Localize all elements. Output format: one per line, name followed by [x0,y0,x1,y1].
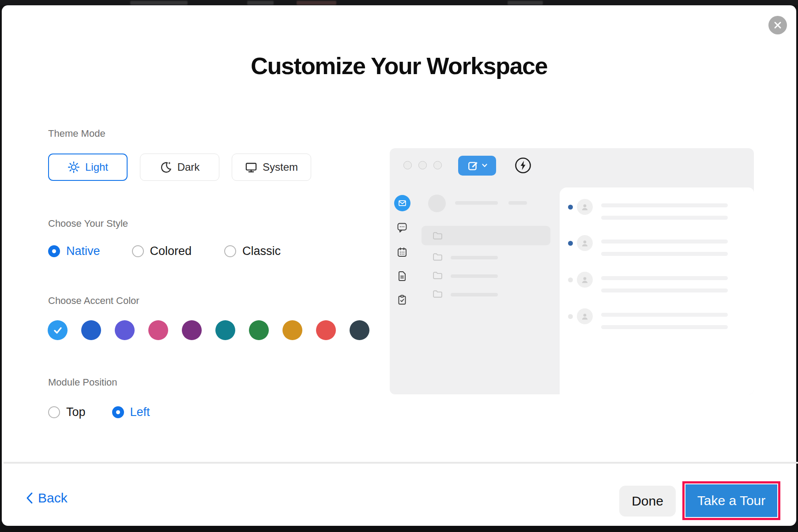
position-option-top[interactable]: Top [48,405,86,419]
traffic-light-dot [403,161,412,169]
style-label: Choose Your Style [48,218,128,229]
avatar [577,199,593,215]
screen: Customize Your Workspace Theme Mode Ligh… [0,0,798,532]
theme-mode-label: Theme Mode [48,128,105,139]
chat-icon [397,222,407,233]
position-option-left[interactable]: Left [112,405,150,419]
placeholder-line [508,201,527,205]
accent-color-swatch[interactable] [48,320,68,340]
close-button[interactable] [768,16,787,34]
unread-dot [568,205,573,210]
mail-icon [394,195,410,211]
placeholder-line [601,216,728,220]
check-icon [53,325,63,336]
back-label: Back [38,491,68,506]
tasks-clipboard-icon [397,295,407,305]
backdrop-content [130,1,188,5]
module-position-group: Top Left [48,405,150,419]
radio-icon [48,406,60,418]
accent-color-label: Choose Accent Color [48,295,139,307]
placeholder-line [451,274,498,278]
backdrop-content [247,1,274,5]
sun-icon [68,161,80,173]
preview-account-avatar [428,195,446,212]
placeholder-line [451,293,498,296]
placeholder-line [601,252,728,256]
lightning-icon [515,157,531,174]
calendar-icon [397,247,407,258]
style-option-native[interactable]: Native [48,244,100,258]
placeholder-line [601,313,728,317]
theme-option-label: Dark [177,161,200,173]
customize-workspace-dialog: Customize Your Workspace Theme Mode Ligh… [2,5,796,526]
folder-icon [432,230,443,241]
unread-dot [568,241,573,246]
take-a-tour-button[interactable]: Take a Tour [685,484,777,517]
placeholder-line [455,201,498,205]
moon-stars-icon [160,161,172,173]
radio-icon [112,406,124,418]
annotation-highlight: Take a Tour [682,481,780,520]
placeholder-line [601,325,728,329]
footer-divider [4,462,798,464]
theme-option-label: System [263,161,298,173]
theme-option-system[interactable]: System [232,154,311,181]
accent-color-swatch[interactable] [215,320,235,340]
avatar [577,308,593,324]
accent-color-swatch[interactable] [115,320,135,340]
traffic-light-dot [433,161,442,169]
back-button[interactable]: Back [25,491,68,506]
avatar [577,272,593,288]
avatar [577,235,593,251]
monitor-icon [245,161,257,173]
position-option-label: Top [66,405,86,419]
done-button[interactable]: Done [619,486,676,517]
accent-color-swatch[interactable] [182,320,202,340]
unread-dot [568,277,573,282]
placeholder-line [601,276,728,280]
style-option-label: Colored [150,244,192,258]
preview-compose-button [458,156,496,176]
theme-option-dark[interactable]: Dark [140,154,219,181]
close-icon [773,21,782,30]
placeholder-line [601,203,728,207]
placeholder-line [601,288,728,292]
backdrop-content [508,1,543,5]
dimmed-background-app [0,0,798,5]
style-option-colored[interactable]: Colored [132,244,192,258]
theme-option-light[interactable]: Light [48,154,128,181]
folder-icon [432,251,443,262]
accent-color-swatch[interactable] [148,320,168,340]
document-icon [397,271,407,281]
placeholder-line [601,240,728,244]
radio-icon [132,245,144,257]
accent-color-swatch[interactable] [249,320,269,340]
style-option-label: Classic [242,244,281,258]
compose-icon [467,160,479,172]
accent-color-swatch[interactable] [81,320,101,340]
accent-color-swatch[interactable] [350,320,369,340]
folder-icon [432,288,443,300]
module-position-label: Module Position [48,377,117,388]
chevron-down-icon [482,164,487,168]
accent-color-group [48,320,369,340]
accent-color-swatch[interactable] [282,320,302,340]
radio-icon [48,245,60,257]
style-option-label: Native [66,244,100,258]
radio-icon [224,245,236,257]
style-option-classic[interactable]: Classic [224,244,281,258]
placeholder-line [451,256,498,259]
traffic-light-dot [418,161,427,169]
theme-mode-group: Light Dark System [48,154,311,181]
theme-option-label: Light [85,161,108,173]
backdrop-content [297,1,336,5]
style-group: Native Colored Classic [48,244,281,258]
chevron-left-icon [25,491,34,505]
accent-color-swatch[interactable] [316,320,336,340]
unread-dot [568,314,573,319]
position-option-label: Left [130,405,150,419]
dialog-title: Customize Your Workspace [2,52,796,79]
folder-icon [432,270,443,281]
